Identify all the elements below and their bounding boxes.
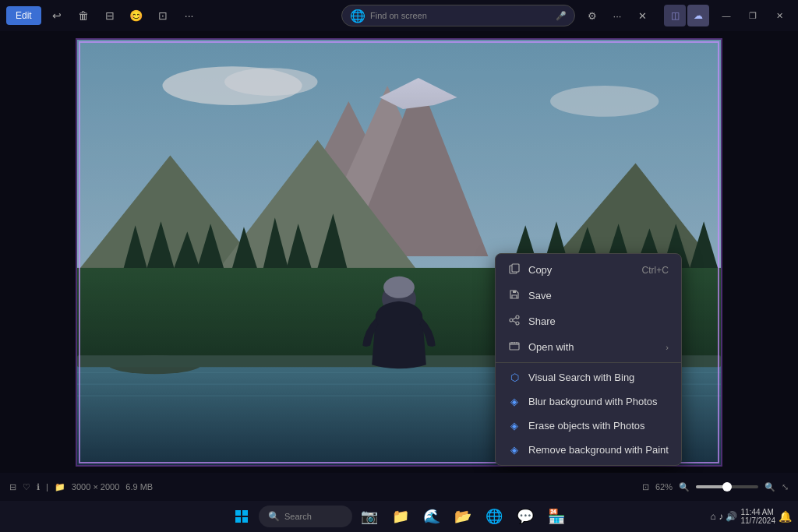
svg-point-43	[516, 322, 519, 325]
main-content: Copy Ctrl+C Save	[0, 31, 798, 473]
start-button[interactable]	[228, 502, 256, 530]
zoom-slider[interactable]	[696, 485, 758, 488]
info-icon[interactable]: ℹ	[37, 482, 40, 492]
erase-menu-item[interactable]: ◈ Erase objects with Photos	[496, 414, 681, 438]
context-menu: Copy Ctrl+C Save	[495, 253, 682, 466]
dimensions: 3000 × 2000	[72, 482, 119, 491]
zoom-thumb[interactable]	[722, 482, 732, 491]
remove-bg-menu-item[interactable]: ◈ Remove background with Paint	[496, 438, 681, 462]
file-size: 6.9 MB	[125, 482, 153, 491]
open-with-label: Open with	[528, 341, 574, 353]
svg-rect-40	[513, 291, 516, 293]
address-bar[interactable]: 🌐 Find on screen 🎤	[341, 5, 575, 26]
system-icons[interactable]: ⌂ ♪ 🔊	[711, 511, 738, 522]
browser-icons: ⚙ ··· ✕	[581, 5, 653, 26]
taskbar-teams-icon[interactable]: 💬	[511, 502, 539, 530]
share-icon	[508, 315, 521, 328]
undo-icon[interactable]: ↩	[46, 5, 68, 26]
svg-point-42	[510, 319, 513, 322]
browser-logo-icon: 🌐	[350, 9, 365, 23]
save-icon	[508, 289, 521, 302]
edit-button[interactable]: Edit	[6, 6, 41, 25]
svg-line-45	[513, 321, 516, 322]
app-window: Edit ↩ 🗑 ⊟ 😊 ⊡ ··· 🌐 Find on screen 🎤 ⚙ …	[0, 0, 798, 532]
taskbar-center: 🔍 Search 📷 📁 🌊 📂 🌐 💬 🏪	[228, 502, 570, 530]
taskbar-store-icon[interactable]: 🏪	[542, 502, 570, 530]
svg-point-41	[516, 315, 519, 319]
svg-rect-46	[510, 343, 519, 350]
fit-icon[interactable]: ⊡	[642, 482, 649, 492]
share-menu-item[interactable]: Share	[496, 308, 681, 334]
clock: 11:44 AM11/7/2024	[741, 508, 776, 525]
svg-line-44	[513, 318, 516, 319]
taskbar-files-icon[interactable]: 📁	[387, 502, 415, 530]
zoom-value: 62%	[655, 482, 673, 491]
copy-menu-item[interactable]: Copy Ctrl+C	[496, 257, 681, 283]
search-icon: 🔍	[268, 511, 280, 522]
taskbar-right: ⌂ ♪ 🔊 11:44 AM11/7/2024 🔔	[711, 508, 792, 525]
save-menu-item[interactable]: Save	[496, 283, 681, 308]
share-label: Share	[528, 315, 556, 327]
taskbar-search[interactable]: 🔍 Search	[259, 506, 352, 527]
minimize-button[interactable]: —	[714, 5, 739, 26]
zoom-out-icon[interactable]: 🔍	[679, 482, 690, 492]
notification-icon[interactable]: 🔔	[779, 510, 792, 523]
address-bar-area: 🌐 Find on screen 🎤 ⚙ ··· ✕	[335, 5, 659, 26]
svg-rect-50	[242, 517, 248, 523]
crop-icon[interactable]: ⊟	[99, 5, 121, 26]
maximize-button[interactable]: ❐	[740, 5, 765, 26]
title-bar-left: Edit ↩ 🗑 ⊟ 😊 ⊡ ···	[6, 5, 330, 26]
svg-rect-49	[235, 517, 241, 523]
title-bar-right-icons: ◫ ☁	[664, 5, 709, 26]
taskbar-explorer-icon[interactable]: 📂	[449, 502, 477, 530]
open-with-menu-item[interactable]: Open with ›	[496, 334, 681, 360]
open-with-arrow-icon: ›	[666, 343, 669, 352]
window-controls: — ❐ ✕	[714, 5, 792, 26]
more-options-icon[interactable]: ···	[606, 5, 628, 26]
taskbar-edge-icon[interactable]: 🌊	[418, 502, 446, 530]
frames-icon[interactable]: ⊡	[152, 5, 174, 26]
remove-bg-label: Remove background with Paint	[528, 444, 669, 456]
more-icon[interactable]: ···	[178, 5, 200, 26]
settings-icon[interactable]: ⚙	[581, 5, 603, 26]
photos-blur-icon: ◈	[508, 396, 521, 407]
copy-icon	[508, 263, 521, 277]
svg-rect-39	[512, 264, 519, 272]
visual-search-menu-item[interactable]: ⬡ Visual Search with Bing	[496, 365, 681, 389]
address-text: Find on screen	[370, 11, 551, 20]
status-bar: ⊟ ♡ ℹ | 📁 3000 × 2000 6.9 MB ⊡ 62% 🔍 🔍 ⤡	[0, 473, 798, 501]
delete-icon[interactable]: 🗑	[72, 5, 94, 26]
taskbar-photos-icon[interactable]: 📷	[355, 502, 383, 530]
open-with-icon	[508, 340, 521, 354]
close-button[interactable]: ✕	[767, 5, 792, 26]
svg-rect-47	[235, 510, 241, 516]
browser-close-icon[interactable]: ✕	[631, 5, 653, 26]
zoom-in-icon[interactable]: 🔍	[764, 482, 775, 492]
bing-icon: ⬡	[508, 372, 521, 383]
blur-bg-menu-item[interactable]: ◈ Blur background with Photos	[496, 389, 681, 414]
search-text: Search	[284, 512, 312, 521]
title-bar: Edit ↩ 🗑 ⊟ 😊 ⊡ ··· 🌐 Find on screen 🎤 ⚙ …	[0, 0, 798, 31]
svg-rect-48	[242, 510, 248, 516]
face-icon[interactable]: 😊	[125, 5, 147, 26]
visual-search-label: Visual Search with Bing	[528, 372, 634, 383]
mic-icon: 🎤	[556, 11, 567, 21]
menu-separator	[496, 362, 681, 363]
folder-icon[interactable]: 📁	[55, 482, 65, 492]
erase-label: Erase objects with Photos	[528, 420, 645, 432]
copy-shortcut: Ctrl+C	[642, 265, 669, 276]
monitor-icon[interactable]: ⊟	[9, 482, 16, 492]
taskbar: 🔍 Search 📷 📁 🌊 📂 🌐 💬 🏪 ⌂ ♪ 🔊 11:44 AM11/…	[0, 501, 798, 532]
save-label: Save	[528, 290, 552, 301]
fullscreen-icon[interactable]: ⤡	[782, 482, 789, 492]
paint-icon: ◈	[508, 444, 521, 456]
photos-erase-icon: ◈	[508, 420, 521, 432]
status-right: ⊡ 62% 🔍 🔍 ⤡	[642, 482, 789, 492]
status-left: ⊟ ♡ ℹ | 📁 3000 × 2000 6.9 MB	[9, 482, 153, 492]
pin-icon[interactable]: ◫	[664, 5, 686, 26]
separator: |	[46, 482, 48, 491]
cloud-icon[interactable]: ☁	[687, 5, 709, 26]
taskbar-chrome-icon[interactable]: 🌐	[480, 502, 508, 530]
zoom-fill	[696, 485, 724, 488]
favorite-icon[interactable]: ♡	[23, 482, 30, 492]
